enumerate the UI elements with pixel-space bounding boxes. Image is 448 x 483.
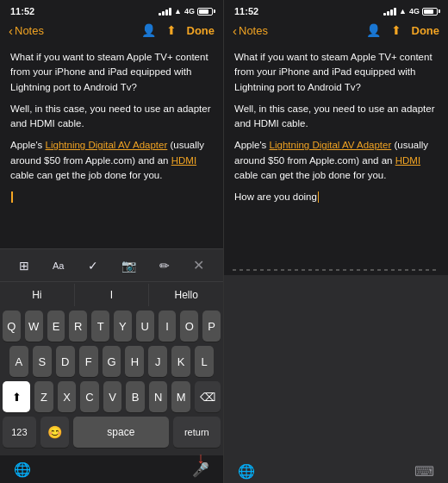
key-emoji[interactable]: 😊 <box>40 417 69 448</box>
time-left: 11:52 <box>10 6 34 16</box>
network-right: 4G <box>409 7 420 16</box>
key-x[interactable]: X <box>58 381 77 412</box>
toolbar-left: ⊞ Aa ✓ 📷 ✏ ✕ <box>0 248 223 281</box>
key-o[interactable]: O <box>180 310 198 342</box>
key-t[interactable]: T <box>91 310 109 342</box>
right-lower-area: 🌐 ⌨ <box>224 275 448 483</box>
key-f[interactable]: F <box>79 346 98 377</box>
camera-button[interactable]: 📷 <box>117 257 140 274</box>
key-k[interactable]: K <box>171 346 190 377</box>
note-content-left: What if you want to steam Apple TV+ cont… <box>0 43 223 248</box>
keyboard-icon-right[interactable]: ⌨ <box>414 463 434 480</box>
key-q[interactable]: Q <box>3 310 21 342</box>
back-label-left: Notes <box>15 24 44 37</box>
key-space[interactable]: space <box>73 417 169 448</box>
grid-button[interactable]: ⊞ <box>15 257 34 274</box>
people-icon-right[interactable]: 👤 <box>366 23 381 37</box>
pen-button[interactable]: ✏ <box>155 257 174 274</box>
note-text-left: What if you want to steam Apple TV+ cont… <box>10 50 213 204</box>
key-v[interactable]: V <box>103 381 122 412</box>
note-para3-right: Apple's Lightning Digital AV Adapter (us… <box>234 138 438 183</box>
signal-icon-right <box>383 8 396 16</box>
done-button-left[interactable]: Done <box>187 24 215 37</box>
mic-icon-left[interactable]: 🎤 ↓ <box>192 461 209 478</box>
signal-icon-left <box>159 8 171 16</box>
key-s[interactable]: S <box>33 346 52 377</box>
note-para1-left: What if you want to steam Apple TV+ cont… <box>10 50 213 95</box>
key-z[interactable]: Z <box>34 381 53 412</box>
battery-icon-right <box>422 8 438 16</box>
battery-icon-left <box>197 8 213 16</box>
status-bar-right: 11:52 ▲ 4G <box>224 0 448 19</box>
note-text-right: What if you want to steam Apple TV+ cont… <box>234 50 438 204</box>
right-bottom-bar: 🌐 ⌨ <box>224 456 448 483</box>
predictive-item-1[interactable]: I <box>75 284 150 306</box>
key-p[interactable]: P <box>202 310 221 342</box>
key-row-4: 123 😊 space return <box>3 417 221 448</box>
note-para4-right: How are you doing <box>234 190 438 204</box>
predictive-item-0[interactable]: Hi <box>0 284 75 306</box>
key-l[interactable]: L <box>195 346 214 377</box>
status-icons-left: ▲ 4G <box>159 7 213 16</box>
predictive-item-2[interactable]: Hello <box>149 284 223 306</box>
key-row-3: ⬆ Z X C V B N M ⌫ <box>3 381 221 412</box>
predictive-bar: Hi I Hello <box>0 281 223 307</box>
network-left: 4G <box>184 7 195 16</box>
key-a[interactable]: A <box>9 346 28 377</box>
back-chevron-left: ‹ <box>9 24 13 37</box>
key-m[interactable]: M <box>171 381 190 412</box>
key-e[interactable]: E <box>47 310 65 342</box>
note-content-right: What if you want to steam Apple TV+ cont… <box>224 43 448 265</box>
key-h[interactable]: H <box>125 346 144 377</box>
key-return[interactable]: return <box>173 417 221 448</box>
key-row-2: A S D F G H J K L <box>3 346 221 377</box>
key-c[interactable]: C <box>80 381 99 412</box>
share-icon-left[interactable]: ⬆ <box>166 23 177 37</box>
key-shift[interactable]: ⬆ <box>3 381 30 412</box>
bottom-bar-left: 🌐 🎤 ↓ <box>0 455 223 483</box>
font-button[interactable]: Aa <box>48 259 68 273</box>
key-num[interactable]: 123 <box>3 417 36 448</box>
key-i[interactable]: I <box>159 310 177 342</box>
note-para3-suffix-right: cable can get the job done for you. <box>234 170 386 180</box>
note-link1-left: Lightning Digital AV Adapter <box>46 140 168 150</box>
key-d[interactable]: D <box>56 346 75 377</box>
key-row-1: Q W E R T Y U I O P <box>3 310 221 342</box>
note-para2-left: Well, in this case, you need to use an a… <box>10 102 213 132</box>
key-b[interactable]: B <box>126 381 145 412</box>
time-right: 11:52 <box>234 6 258 16</box>
close-button[interactable]: ✕ <box>189 255 208 275</box>
right-panel: 11:52 ▲ 4G ‹ Notes 👤 ⬆ Done <box>224 0 448 483</box>
back-button-left[interactable]: ‹ Notes <box>9 24 44 37</box>
nav-icons-left: 👤 ⬆ Done <box>141 23 215 37</box>
key-w[interactable]: W <box>25 310 43 342</box>
globe-icon-right[interactable]: 🌐 <box>238 463 255 480</box>
note-link2-right: HDMI <box>395 155 420 166</box>
note-link1-right: Lightning Digital AV Adapter <box>270 140 392 150</box>
key-j[interactable]: J <box>148 346 167 377</box>
key-delete[interactable]: ⌫ <box>195 381 221 412</box>
key-r[interactable]: R <box>69 310 87 342</box>
globe-icon-left[interactable]: 🌐 <box>14 461 31 478</box>
done-button-right[interactable]: Done <box>412 24 440 37</box>
key-y[interactable]: Y <box>114 310 132 342</box>
back-chevron-right: ‹ <box>233 24 237 37</box>
key-u[interactable]: U <box>136 310 154 342</box>
note-para3-prefix-left: Apple's <box>10 140 46 150</box>
status-bar-left: 11:52 ▲ 4G <box>0 0 223 19</box>
key-g[interactable]: G <box>103 346 121 377</box>
note-para2-right: Well, in this case, you need to use an a… <box>234 102 438 132</box>
divider-dots <box>224 265 448 275</box>
key-n[interactable]: N <box>149 381 168 412</box>
nav-bar-right: ‹ Notes 👤 ⬆ Done <box>224 19 448 43</box>
status-icons-right: ▲ 4G <box>383 7 438 16</box>
note-cursor-line-left <box>10 190 213 204</box>
note-para3-left: Apple's Lightning Digital AV Adapter (us… <box>10 138 213 183</box>
nav-icons-right: 👤 ⬆ Done <box>366 23 440 37</box>
left-panel: 11:52 ▲ 4G ‹ Notes 👤 ⬆ Done <box>0 0 224 483</box>
share-icon-right[interactable]: ⬆ <box>391 23 401 37</box>
check-button[interactable]: ✓ <box>84 257 103 274</box>
wifi-icon-right: ▲ <box>399 7 407 16</box>
back-button-right[interactable]: ‹ Notes <box>233 24 268 37</box>
people-icon-left[interactable]: 👤 <box>141 23 156 37</box>
